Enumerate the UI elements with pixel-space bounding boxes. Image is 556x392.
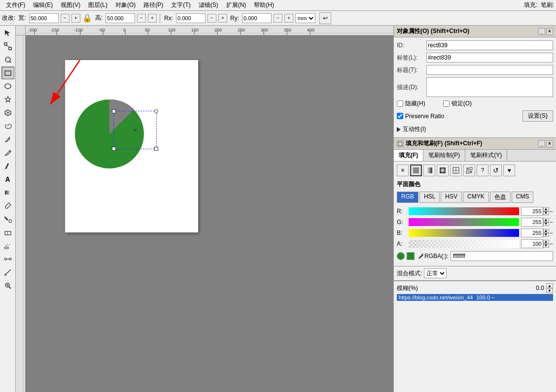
- hide-checkbox[interactable]: [397, 100, 403, 107]
- tool-measure[interactable]: [1, 266, 14, 279]
- rgba-value-input[interactable]: [451, 251, 553, 261]
- canvas-content[interactable]: ×: [26, 35, 393, 392]
- height-plus-btn[interactable]: +: [148, 14, 157, 23]
- fill-pattern-btn[interactable]: [463, 164, 475, 176]
- a-value-input[interactable]: [521, 239, 543, 248]
- r-slider[interactable]: [409, 207, 519, 215]
- fill-stroke-header[interactable]: 填充和笔刷(F) (Shift+Ctrl+F) _ ×: [394, 138, 556, 150]
- menu-file[interactable]: 文件(F): [2, 0, 29, 10]
- menu-view[interactable]: 视图(V): [57, 0, 84, 10]
- menu-object[interactable]: 对象(O): [111, 0, 139, 10]
- tool-selector[interactable]: [1, 27, 14, 39]
- obj-props-close[interactable]: ×: [546, 28, 553, 35]
- menu-filter[interactable]: 滤镜(S): [195, 0, 222, 10]
- tab-fill[interactable]: 填充(F): [394, 150, 423, 161]
- menu-extension[interactable]: 扩展(N): [222, 0, 250, 10]
- tool-dropper[interactable]: [1, 199, 14, 212]
- color-tab-hsv[interactable]: HSV: [441, 192, 462, 203]
- desc-textarea[interactable]: [426, 77, 553, 97]
- r-value-input[interactable]: [521, 207, 543, 216]
- color-tab-colorwheel[interactable]: 色盘: [490, 192, 511, 203]
- fill-unknown-btn[interactable]: ?: [477, 164, 488, 176]
- ry-plus-btn[interactable]: +: [284, 14, 293, 23]
- tool-star[interactable]: [1, 93, 14, 106]
- tool-connector[interactable]: [1, 253, 14, 265]
- a-slider[interactable]: [409, 240, 519, 248]
- color-picker-btn[interactable]: [417, 252, 424, 260]
- blur-up-btn[interactable]: ▲: [546, 283, 553, 288]
- interactive-row[interactable]: 互动性(I): [397, 124, 553, 134]
- tool-node[interactable]: [1, 40, 14, 53]
- tool-pencil[interactable]: [1, 133, 14, 146]
- fill-panel-minimize[interactable]: _: [538, 140, 545, 147]
- opacity-link-row[interactable]: https://blog.csdn.net/weixin_44 100.0 −: [397, 294, 553, 301]
- r-down-btn[interactable]: ▼: [543, 211, 549, 215]
- color-tab-cmyk[interactable]: CMYK: [463, 192, 489, 203]
- tool-gradient[interactable]: [1, 186, 14, 199]
- lock-ratio-icon[interactable]: 🔒: [82, 13, 92, 23]
- tool-spray[interactable]: [1, 239, 14, 252]
- unit-select[interactable]: mm px in: [295, 13, 315, 23]
- tool-tweak[interactable]: [1, 53, 14, 66]
- g-slider[interactable]: [409, 218, 519, 226]
- height-input[interactable]: [105, 13, 135, 23]
- tool-eraser[interactable]: [1, 226, 14, 239]
- blur-down-btn[interactable]: ▼: [546, 288, 553, 293]
- tool-text[interactable]: A: [1, 173, 14, 186]
- fill-linear-btn[interactable]: [423, 164, 435, 176]
- label-input[interactable]: [426, 53, 553, 63]
- g-down-btn[interactable]: ▼: [543, 222, 549, 226]
- menu-text[interactable]: 文字(T): [167, 0, 194, 10]
- rx-minus-btn[interactable]: −: [208, 14, 216, 23]
- tab-stroke-paint[interactable]: 笔刷绘制(P): [423, 150, 465, 161]
- tool-calligraphy[interactable]: [1, 160, 14, 172]
- blend-select[interactable]: 正常: [424, 268, 447, 278]
- menu-help[interactable]: 帮助(H): [250, 0, 278, 10]
- fill-flat-btn[interactable]: [410, 164, 422, 176]
- tool-spiral[interactable]: [1, 120, 14, 132]
- fill-panel-close[interactable]: ×: [546, 140, 553, 147]
- ry-minus-btn[interactable]: −: [274, 14, 282, 23]
- g-value-input[interactable]: [521, 218, 543, 227]
- lock-checkbox[interactable]: [443, 100, 450, 107]
- width-input[interactable]: [29, 13, 59, 23]
- b-down-btn[interactable]: ▼: [543, 233, 549, 237]
- preserve-ratio-checkbox[interactable]: [397, 113, 403, 119]
- height-minus-btn[interactable]: −: [137, 14, 146, 23]
- handle-tl[interactable]: [112, 109, 116, 113]
- object-properties-header[interactable]: 对象属性(O) (Shift+Ctrl+O) _ ×: [394, 26, 556, 37]
- tab-stroke-style[interactable]: 笔刷样式(Y): [465, 150, 507, 161]
- settings-button[interactable]: 设置(S): [522, 110, 553, 122]
- tool-ellipse[interactable]: [1, 80, 14, 93]
- reset-btn[interactable]: ↩: [319, 12, 331, 24]
- ry-input[interactable]: [242, 13, 272, 23]
- rx-plus-btn[interactable]: +: [218, 14, 227, 23]
- color-tab-cms[interactable]: CMS: [512, 192, 534, 203]
- fill-heart-btn[interactable]: ♥: [503, 164, 515, 176]
- tool-rect[interactable]: [1, 66, 14, 79]
- color-tab-rgb[interactable]: RGB: [397, 192, 418, 203]
- id-input[interactable]: [426, 40, 553, 50]
- b-value-input[interactable]: [521, 229, 543, 237]
- fill-unset-btn[interactable]: ↺: [490, 164, 502, 176]
- fill-none-btn[interactable]: ×: [397, 164, 409, 176]
- title-input[interactable]: [426, 65, 553, 75]
- tool-zoom[interactable]: [1, 279, 14, 292]
- handle-bl[interactable]: [112, 147, 116, 151]
- handle-br[interactable]: [154, 147, 158, 151]
- width-plus-btn[interactable]: +: [71, 14, 80, 23]
- tool-3d[interactable]: [1, 106, 14, 119]
- menu-layer[interactable]: 图层(L): [84, 0, 111, 10]
- fill-mesh-btn[interactable]: [450, 164, 462, 176]
- menu-path[interactable]: 路径(P): [139, 0, 167, 10]
- color-tab-hsl[interactable]: HSL: [419, 192, 440, 203]
- menu-edit[interactable]: 编辑(E): [29, 0, 57, 10]
- fill-radial-btn[interactable]: [437, 164, 449, 176]
- tool-paint-bucket[interactable]: [1, 213, 14, 226]
- tool-pen[interactable]: [1, 146, 14, 159]
- canvas-area[interactable]: -200 -150 -100 -50 0 50 100 150 200 250 …: [16, 26, 393, 392]
- a-down-btn[interactable]: ▼: [543, 244, 549, 248]
- b-slider[interactable]: [409, 229, 519, 237]
- width-minus-btn[interactable]: −: [61, 14, 70, 23]
- handle-tr[interactable]: [154, 109, 158, 113]
